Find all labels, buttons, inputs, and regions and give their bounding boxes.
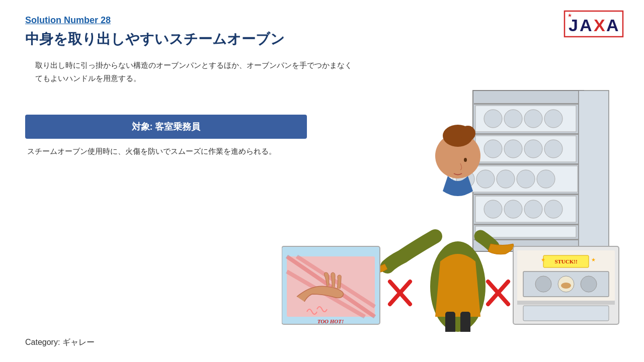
solution-number: Solution Number 28	[25, 15, 619, 26]
too-hot-thumbnail: TOO HOT!	[282, 246, 380, 324]
svg-text:X: X	[594, 16, 605, 35]
svg-point-26	[476, 170, 495, 188]
svg-text:STUCK!!: STUCK!!	[554, 258, 577, 264]
svg-point-32	[504, 200, 522, 218]
svg-text:★: ★	[541, 257, 545, 262]
steam-oven	[453, 90, 609, 251]
category-footer: Category: ギャレー	[25, 337, 95, 348]
svg-rect-41	[460, 312, 470, 332]
target-section: 対象: 客室乗務員 スチームオーブン使用時に、火傷を防いでスムーズに作業を進めら…	[25, 115, 307, 158]
page-container: J A X A Solution Number 28 中身を取り出しやすいスチー…	[0, 0, 644, 362]
target-description: スチームオーブン使用時に、火傷を防いでスムーズに作業を進められる。	[25, 145, 307, 158]
svg-rect-9	[474, 133, 579, 135]
svg-rect-8	[474, 103, 579, 105]
target-badge: 対象: 客室乗務員	[25, 115, 307, 139]
svg-point-28	[517, 170, 535, 188]
svg-text:★: ★	[591, 257, 596, 262]
svg-point-17	[524, 110, 542, 128]
svg-point-22	[524, 140, 542, 158]
jaxa-logo: J A X A	[564, 10, 624, 40]
svg-rect-10	[474, 163, 579, 165]
svg-point-61	[561, 283, 571, 289]
illustration-area: TOO HOT!	[282, 60, 624, 342]
svg-point-18	[544, 110, 562, 128]
svg-point-62	[581, 276, 597, 292]
svg-rect-35	[475, 226, 576, 237]
x-mark-1	[390, 282, 410, 304]
svg-rect-40	[445, 312, 455, 332]
svg-point-16	[504, 110, 522, 128]
svg-text:A: A	[606, 16, 619, 35]
svg-point-23	[544, 140, 562, 158]
svg-rect-57	[517, 301, 615, 305]
svg-point-59	[535, 276, 551, 292]
svg-point-15	[484, 110, 502, 128]
main-title: 中身を取り出しやすいスチームオーブン	[25, 30, 619, 49]
svg-text:J: J	[569, 16, 578, 35]
svg-point-21	[504, 140, 522, 158]
svg-point-34	[544, 200, 562, 218]
svg-point-33	[524, 200, 542, 218]
svg-point-44	[464, 158, 467, 162]
svg-rect-11	[474, 194, 579, 195]
svg-rect-67	[523, 306, 609, 321]
svg-rect-12	[474, 224, 579, 225]
svg-point-20	[484, 140, 502, 158]
stuck-thumbnail: STUCK!! ★ ★	[513, 246, 619, 324]
svg-rect-7	[579, 90, 609, 251]
svg-point-29	[537, 170, 555, 188]
svg-point-39	[460, 126, 475, 141]
svg-text:A: A	[580, 16, 592, 35]
x-mark-2	[488, 282, 508, 304]
svg-point-27	[497, 170, 515, 188]
svg-point-31	[484, 200, 502, 218]
svg-text:TOO HOT!: TOO HOT!	[317, 318, 344, 324]
main-illustration: TOO HOT!	[282, 60, 624, 332]
